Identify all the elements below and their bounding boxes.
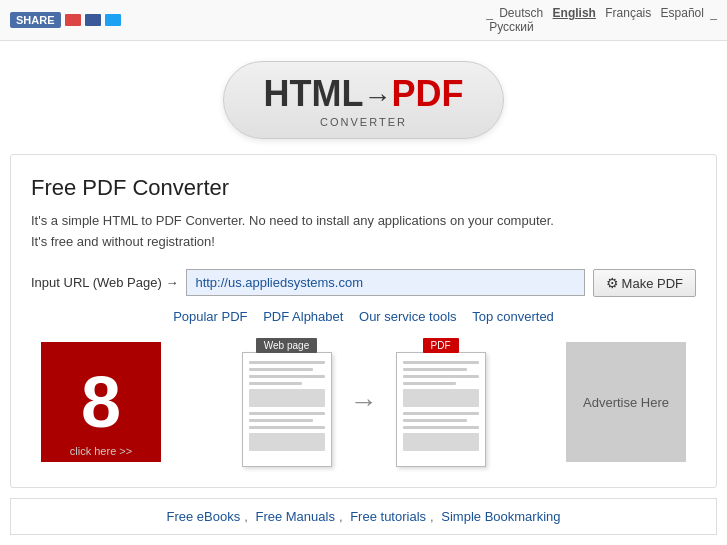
doc-block [249, 389, 325, 407]
make-pdf-label: Make PDF [622, 276, 683, 291]
nav-service-tools[interactable]: Our service tools [359, 309, 457, 324]
footer-link-manuals[interactable]: Free Manuals [255, 509, 334, 524]
top-bar: SHARE _ Deutsch English Français Español… [0, 0, 727, 41]
doc-illustration: Web page → PDF [161, 338, 566, 467]
web-page-badge: Web page [256, 338, 317, 353]
doc-line [403, 412, 479, 415]
footer-sep-3: , [430, 509, 434, 524]
logo-html: HTML [264, 73, 364, 114]
logo-title: HTML→PDF [264, 76, 464, 112]
share-icon-3[interactable] [105, 14, 121, 26]
lang-sep-1: _ [486, 6, 496, 20]
nav-popular-pdf[interactable]: Popular PDF [173, 309, 247, 324]
share-icon-2[interactable] [85, 14, 101, 26]
convert-arrow-icon: → [350, 386, 378, 418]
doc-line [249, 426, 325, 429]
lang-sep-2: _ [710, 6, 717, 20]
gear-icon: ⚙ [606, 275, 619, 291]
doc-line [403, 382, 456, 385]
doc-line [403, 426, 479, 429]
share-label[interactable]: SHARE [10, 12, 61, 28]
footer-link-ebooks[interactable]: Free eBooks [166, 509, 240, 524]
doc-block [249, 433, 325, 451]
nav-top-converted[interactable]: Top converted [472, 309, 554, 324]
doc-block [403, 389, 479, 407]
logo-arrow: → [363, 81, 391, 112]
input-label: Input URL (Web Page) → [31, 275, 178, 290]
description: It's a simple HTML to PDF Converter. No … [31, 211, 696, 253]
advertise-label: Advertise Here [583, 395, 669, 410]
doc-line [403, 368, 468, 371]
lang-espanol[interactable]: Español [661, 6, 704, 20]
logo-pdf: PDF [391, 73, 463, 114]
web-page-page [242, 352, 332, 467]
lang-deutsch[interactable]: Deutsch [499, 6, 543, 20]
make-pdf-button[interactable]: ⚙Make PDF [593, 269, 696, 297]
description-line2: It's free and without registration! [31, 234, 215, 249]
footer-sep-2: , [339, 509, 343, 524]
promo-box[interactable]: 8 click here >> [41, 342, 161, 462]
footer-link-bookmarking[interactable]: Simple Bookmarking [441, 509, 560, 524]
doc-line [249, 368, 314, 371]
language-selector: _ Deutsch English Français Español _ Рус… [486, 6, 717, 34]
main-content: Free PDF Converter It's a simple HTML to… [10, 154, 717, 488]
advertise-box[interactable]: Advertise Here [566, 342, 686, 462]
share-buttons: SHARE [10, 12, 121, 28]
doc-line [249, 419, 314, 422]
doc-line [403, 419, 468, 422]
description-line1: It's a simple HTML to PDF Converter. No … [31, 213, 554, 228]
doc-line [249, 361, 325, 364]
nav-pdf-alphabet[interactable]: PDF Alphabet [263, 309, 343, 324]
share-icon-1[interactable] [65, 14, 81, 26]
page-title: Free PDF Converter [31, 175, 696, 201]
doc-line [249, 382, 302, 385]
logo-subtitle: CONVERTER [264, 116, 464, 128]
input-row: Input URL (Web Page) → ⚙Make PDF [31, 269, 696, 297]
promo-click-label: click here >> [70, 445, 132, 457]
footer-link-tutorials[interactable]: Free tutorials [350, 509, 426, 524]
pdf-doc: PDF [396, 338, 486, 467]
doc-line [249, 412, 325, 415]
web-page-doc: Web page [242, 338, 332, 467]
hero-section: HTML→PDF CONVERTER [0, 41, 727, 154]
doc-block [403, 433, 479, 451]
nav-links: Popular PDF PDF Alphabet Our service too… [31, 309, 696, 324]
footer: Free eBooks, Free Manuals, Free tutorial… [10, 498, 717, 535]
url-input[interactable] [186, 269, 584, 296]
lang-russian[interactable]: Русский [489, 20, 534, 34]
doc-line [249, 375, 325, 378]
pdf-badge: PDF [423, 338, 459, 353]
lang-francais[interactable]: Français [605, 6, 651, 20]
illustration-row: 8 click here >> Web page [31, 338, 696, 467]
pdf-page [396, 352, 486, 467]
lang-english[interactable]: English [553, 6, 596, 20]
promo-number: 8 [81, 366, 121, 438]
doc-line [403, 375, 479, 378]
logo-pill: HTML→PDF CONVERTER [223, 61, 505, 139]
footer-sep-1: , [244, 509, 248, 524]
doc-line [403, 361, 479, 364]
